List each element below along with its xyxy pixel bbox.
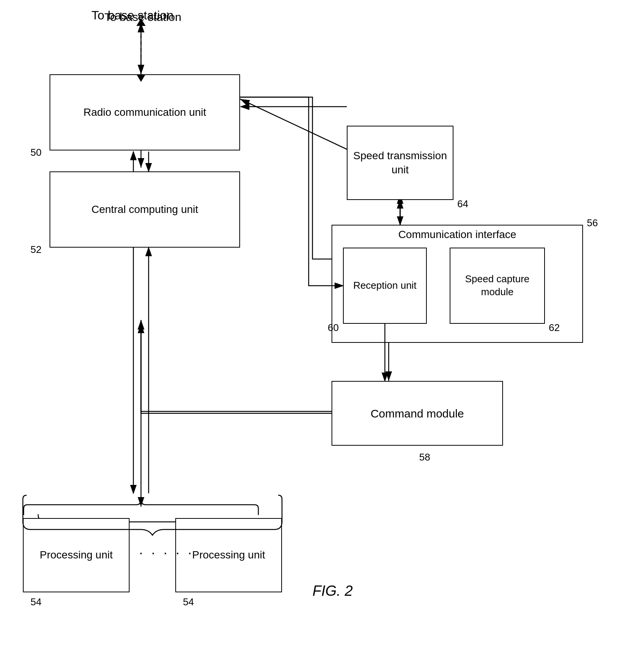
comm-interface-label: Communication interface (335, 229, 579, 241)
central-computing-label: Central computing unit (91, 203, 198, 216)
processing-unit1-label: Processing unit (40, 548, 112, 562)
central-computing-box: Central computing unit (50, 171, 240, 248)
diagram: To base station Radio communication unit… (0, 0, 644, 667)
ref-58: 58 (419, 451, 430, 463)
ref-50: 50 (30, 147, 42, 158)
radio-comm-box: Radio communication unit (50, 74, 240, 150)
command-module-label: Command module (370, 406, 464, 421)
speed-transmission-box: Speed transmission unit (347, 126, 453, 200)
reception-unit-box: Reception unit (343, 248, 427, 324)
ellipsis-dots: · · · · · (139, 545, 194, 561)
speed-capture-label: Speed capture module (450, 273, 544, 299)
ref-54-right: 54 (183, 596, 194, 608)
ref-56: 56 (587, 217, 598, 229)
ref-52: 52 (30, 244, 42, 256)
reception-unit-label: Reception unit (353, 279, 417, 292)
brace-svg (19, 491, 290, 537)
speed-transmission-label: Speed transmission unit (348, 149, 453, 177)
command-module-box: Command module (332, 381, 503, 446)
processing-unit2-label: Processing unit (192, 548, 265, 562)
to-base-station-title: To base station (91, 8, 173, 22)
ref-62: 62 (549, 322, 560, 334)
ref-64: 64 (457, 198, 468, 210)
radio-comm-label: Radio communication unit (83, 106, 206, 119)
ref-54-left: 54 (30, 596, 42, 608)
fig-label: FIG. 2 (312, 583, 353, 599)
speed-capture-box: Speed capture module (450, 248, 545, 324)
ref-60: 60 (328, 322, 339, 334)
